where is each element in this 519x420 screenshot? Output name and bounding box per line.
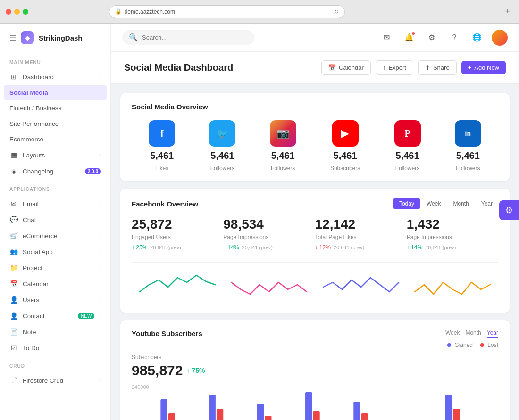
youtube-time-tabs: Week Month Year: [445, 329, 498, 338]
legend-lost: Lost: [480, 342, 498, 348]
top-header: 🔍 ✉ 🔔 ⚙ ? 🌐: [111, 24, 519, 52]
reload-icon[interactable]: ↻: [334, 8, 339, 15]
ecommerce-icon: 🛒: [9, 232, 18, 239]
facebook-header: Facebook Overview Today Week Month Year: [132, 198, 498, 209]
facebook-charts: [132, 262, 498, 303]
instagram-icon: 📷: [270, 120, 296, 147]
notification-dot: [411, 32, 415, 35]
youtube-header: Youtube Subscribers Week Month Year: [132, 329, 498, 348]
address-bar[interactable]: 🔒 demo.aazztech.com ↻: [109, 5, 345, 18]
chevron-icon: ›: [99, 265, 101, 271]
calendar-label: Calendar: [339, 64, 364, 71]
youtube-title-section: Youtube Subscribers: [132, 329, 202, 338]
mail-icon[interactable]: ✉: [378, 30, 394, 46]
logo-text: StrikingDash: [39, 34, 83, 42]
sidebar-item-firestore[interactable]: 📄 Firestore Crud ›: [0, 372, 110, 388]
sidebar-item-ecommerce-app[interactable]: 🛒 eCommerce ›: [0, 228, 110, 244]
sidebar-item-users[interactable]: 👤 Users ›: [0, 292, 110, 308]
svg-rect-1: [168, 413, 175, 420]
share-button[interactable]: ⬆ Share: [418, 60, 457, 75]
sidebar-item-layouts[interactable]: ▦ Layouts ›: [0, 147, 110, 163]
social-item-facebook: f 5,461 Likes: [149, 120, 175, 172]
youtube-title: Youtube Subscribers: [132, 329, 202, 338]
search-box[interactable]: 🔍: [122, 30, 254, 45]
svg-rect-6: [305, 392, 312, 420]
sidebar-item-site-performance[interactable]: Site Performance: [0, 116, 110, 132]
svg-rect-7: [313, 411, 319, 420]
hamburger-icon[interactable]: ☰: [9, 33, 16, 42]
sidebar-item-calendar[interactable]: 📅 Calendar: [0, 276, 110, 292]
sidebar-item-social-app[interactable]: 👥 Social App ›: [0, 244, 110, 260]
browser-chrome: 🔒 demo.aazztech.com ↻ +: [0, 0, 519, 24]
firestore-icon: 📄: [9, 377, 18, 384]
user-avatar[interactable]: [492, 30, 508, 46]
yt-tab-month[interactable]: Month: [465, 329, 481, 338]
close-button[interactable]: [6, 9, 11, 15]
gear-icon[interactable]: ⚙: [424, 30, 440, 46]
sidebar-item-label: Ecommerce: [9, 136, 101, 143]
chevron-icon: ›: [99, 249, 101, 255]
change-up-icon: ↑ 14%: [407, 244, 422, 251]
new-tab-button[interactable]: +: [502, 6, 513, 17]
chevron-icon: ›: [99, 233, 101, 239]
social-icons-row: f 5,461 Likes 🐦 5,461 Followers 📷 5,461: [132, 120, 498, 172]
pinterest-icon: P: [394, 120, 421, 147]
linkedin-label: Followers: [456, 165, 480, 172]
chart-page-impressions-2: [407, 268, 498, 303]
social-media-overview-panel: Social Media Overview f 5,461 Likes 🐦 5,…: [120, 93, 510, 181]
sidebar-header: ☰ ◆ StrikingDash: [0, 24, 110, 52]
sidebar-item-todo[interactable]: ☑ To Do: [0, 340, 110, 356]
export-label: Export: [388, 64, 406, 71]
yt-tab-week[interactable]: Week: [445, 329, 460, 338]
sidebar-item-label: Social Media: [9, 89, 101, 96]
change-prev: 20,641 (prev): [150, 245, 181, 250]
globe-icon[interactable]: 🌐: [469, 30, 485, 46]
sidebar-item-chat[interactable]: 💬 Chat: [0, 212, 110, 228]
version-badge: 2.0.0: [85, 168, 101, 174]
tab-today[interactable]: Today: [393, 198, 420, 209]
change-prev: 20,641 (prev): [334, 245, 364, 250]
tab-week[interactable]: Week: [421, 198, 446, 209]
subscribers-label: Subscribers: [132, 354, 498, 361]
legend-gained: Gained: [447, 342, 473, 348]
changelog-icon: ◈: [9, 167, 18, 175]
share-label: Share: [433, 64, 450, 71]
chart-engaged-users: [132, 268, 223, 303]
search-input[interactable]: [142, 34, 248, 41]
sidebar-item-ecommerce[interactable]: Ecommerce: [0, 132, 110, 147]
facebook-label: Likes: [155, 165, 168, 172]
sidebar-item-social-media[interactable]: Social Media: [4, 85, 107, 100]
export-button[interactable]: ↑ Export: [376, 60, 413, 75]
settings-fab[interactable]: ⚙: [499, 200, 519, 220]
sidebar-item-label: Contact: [23, 313, 73, 320]
tab-year[interactable]: Year: [476, 198, 498, 209]
sidebar-item-fintech[interactable]: Fintech / Business: [0, 100, 110, 116]
help-icon[interactable]: ?: [446, 30, 462, 46]
page-impressions-1-label: Page Impressions: [223, 234, 307, 240]
calendar-button[interactable]: 📅 Calendar: [321, 60, 371, 75]
sidebar-item-email[interactable]: ✉ Email ›: [0, 196, 110, 212]
logo-icon: ◆: [21, 31, 34, 44]
tab-month[interactable]: Month: [447, 198, 474, 209]
app-container: ☰ ◆ StrikingDash MAIN MENU ⊞ Dashboard ›…: [0, 24, 519, 420]
bell-icon[interactable]: 🔔: [401, 30, 417, 46]
add-new-button[interactable]: + Add New: [461, 61, 506, 74]
sidebar-item-contact[interactable]: 👤 Contact NEW ›: [0, 308, 110, 324]
yt-tab-year[interactable]: Year: [487, 329, 498, 338]
sidebar-item-project[interactable]: 📁 Project ›: [0, 260, 110, 276]
main-menu-label: MAIN MENU: [0, 52, 110, 69]
sidebar-item-changelog[interactable]: ◈ Changelog 2.0.0: [0, 163, 110, 179]
gained-dot: [447, 343, 451, 347]
sidebar-item-note[interactable]: 📄 Note: [0, 324, 110, 340]
twitter-icon: 🐦: [209, 120, 235, 147]
sidebar-item-dashboard[interactable]: ⊞ Dashboard ›: [0, 69, 110, 85]
sidebar-item-label: Firestore Crud: [23, 377, 94, 384]
sidebar-item-label: Dashboard: [23, 74, 94, 81]
facebook-time-tabs: Today Week Month Year: [393, 198, 498, 209]
maximize-button[interactable]: [23, 9, 28, 15]
minimize-button[interactable]: [14, 9, 20, 15]
chart-page-impressions-1: [223, 268, 315, 303]
sidebar: ☰ ◆ StrikingDash MAIN MENU ⊞ Dashboard ›…: [0, 24, 111, 420]
chevron-icon: ›: [99, 378, 101, 383]
lock-icon: 🔒: [115, 8, 122, 15]
